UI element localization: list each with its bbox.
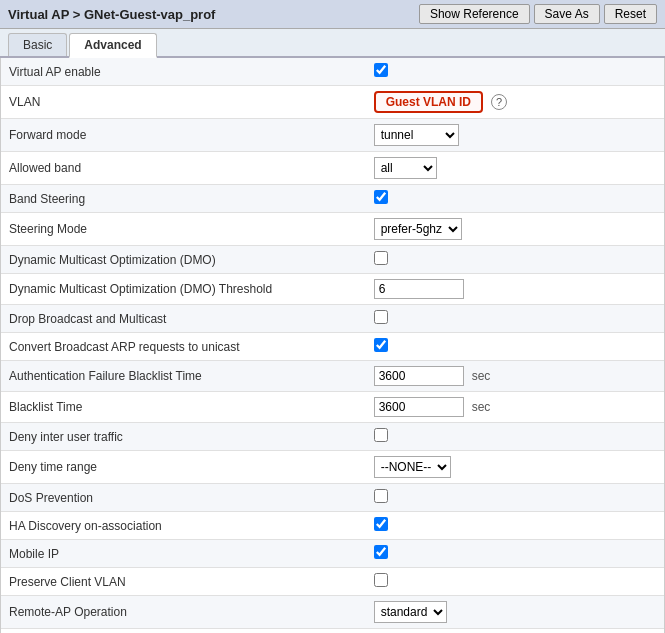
tab-advanced[interactable]: Advanced [69, 33, 156, 58]
dmo-threshold-input[interactable] [374, 279, 464, 299]
table-row: DoS Prevention [1, 484, 664, 512]
control-dmo [366, 246, 664, 274]
control-ha-discovery [366, 512, 664, 540]
convert-arp-checkbox[interactable] [374, 338, 388, 352]
dmo-checkbox[interactable] [374, 251, 388, 265]
label-vlan: VLAN [1, 86, 366, 119]
table-row: Dynamic Multicast Optimization (DMO) Thr… [1, 274, 664, 305]
ha-discovery-checkbox[interactable] [374, 517, 388, 531]
blacklist-time-unit: sec [472, 400, 491, 414]
table-row: Forward modetunnelbridgesplit-tunnel [1, 119, 664, 152]
control-forward-mode: tunnelbridgesplit-tunnel [366, 119, 664, 152]
control-deny-time-range: --NONE-- [366, 451, 664, 484]
table-row: Preserve Client VLAN [1, 568, 664, 596]
label-preserve-client-vlan: Preserve Client VLAN [1, 568, 366, 596]
label-dmo: Dynamic Multicast Optimization (DMO) [1, 246, 366, 274]
control-auth-blacklist-time: sec [366, 361, 664, 392]
control-convert-arp [366, 333, 664, 361]
reset-button[interactable]: Reset [604, 4, 657, 24]
table-row: HA Discovery on-association [1, 512, 664, 540]
preserve-client-vlan-checkbox[interactable] [374, 573, 388, 587]
control-dos-prevention [366, 484, 664, 512]
table-row: Deny time range--NONE-- [1, 451, 664, 484]
label-auth-blacklist-time: Authentication Failure Blacklist Time [1, 361, 366, 392]
table-row: Blacklist Timesec [1, 392, 664, 423]
table-row: Drop Broadcast and Multicast [1, 305, 664, 333]
table-row: Station Blacklisting [1, 629, 664, 634]
label-ha-discovery: HA Discovery on-association [1, 512, 366, 540]
table-row: Allowed bandall2.4ghz5ghz [1, 152, 664, 185]
label-allowed-band: Allowed band [1, 152, 366, 185]
table-row: Mobile IP [1, 540, 664, 568]
control-deny-inter-user [366, 423, 664, 451]
label-deny-time-range: Deny time range [1, 451, 366, 484]
label-convert-arp: Convert Broadcast ARP requests to unicas… [1, 333, 366, 361]
label-band-steering: Band Steering [1, 185, 366, 213]
allowed-band-select[interactable]: all2.4ghz5ghz [374, 157, 437, 179]
control-remote-ap-operation: standardalwaysbackup [366, 596, 664, 629]
table-row: Steering Modeprefer-5ghzforce-5ghznone [1, 213, 664, 246]
control-allowed-band: all2.4ghz5ghz [366, 152, 664, 185]
band-steering-checkbox[interactable] [374, 190, 388, 204]
title-bar-actions: Show Reference Save As Reset [419, 4, 657, 24]
table-row: Remote-AP Operationstandardalwaysbackup [1, 596, 664, 629]
mobile-ip-checkbox[interactable] [374, 545, 388, 559]
remote-ap-operation-select[interactable]: standardalwaysbackup [374, 601, 447, 623]
control-mobile-ip [366, 540, 664, 568]
label-drop-broadcast: Drop Broadcast and Multicast [1, 305, 366, 333]
tab-basic[interactable]: Basic [8, 33, 67, 56]
table-row: Virtual AP enable [1, 58, 664, 86]
label-remote-ap-operation: Remote-AP Operation [1, 596, 366, 629]
save-as-button[interactable]: Save As [534, 4, 600, 24]
control-vlan: Guest VLAN ID? [366, 86, 664, 119]
tab-bar: Basic Advanced [0, 29, 665, 58]
control-steering-mode: prefer-5ghzforce-5ghznone [366, 213, 664, 246]
label-mobile-ip: Mobile IP [1, 540, 366, 568]
show-reference-button[interactable]: Show Reference [419, 4, 530, 24]
control-drop-broadcast [366, 305, 664, 333]
blacklist-time-input[interactable] [374, 397, 464, 417]
title-bar: Virtual AP > GNet-Guest-vap_prof Show Re… [0, 0, 665, 29]
label-steering-mode: Steering Mode [1, 213, 366, 246]
forward-mode-select[interactable]: tunnelbridgesplit-tunnel [374, 124, 459, 146]
drop-broadcast-checkbox[interactable] [374, 310, 388, 324]
vap-enable-checkbox[interactable] [374, 63, 388, 77]
table-row: VLANGuest VLAN ID? [1, 86, 664, 119]
table-row: Band Steering [1, 185, 664, 213]
breadcrumb: Virtual AP > GNet-Guest-vap_prof [8, 7, 215, 22]
control-dmo-threshold [366, 274, 664, 305]
vlan-help-icon[interactable]: ? [491, 94, 507, 110]
control-blacklist-time: sec [366, 392, 664, 423]
dos-prevention-checkbox[interactable] [374, 489, 388, 503]
control-preserve-client-vlan [366, 568, 664, 596]
form-content: Virtual AP enableVLANGuest VLAN ID?Forwa… [0, 58, 665, 633]
table-row: Dynamic Multicast Optimization (DMO) [1, 246, 664, 274]
control-station-blacklisting [366, 629, 664, 634]
table-row: Convert Broadcast ARP requests to unicas… [1, 333, 664, 361]
deny-inter-user-checkbox[interactable] [374, 428, 388, 442]
table-row: Authentication Failure Blacklist Timesec [1, 361, 664, 392]
label-forward-mode: Forward mode [1, 119, 366, 152]
settings-table: Virtual AP enableVLANGuest VLAN ID?Forwa… [1, 58, 664, 633]
table-row: Deny inter user traffic [1, 423, 664, 451]
label-station-blacklisting: Station Blacklisting [1, 629, 366, 634]
control-band-steering [366, 185, 664, 213]
label-deny-inter-user: Deny inter user traffic [1, 423, 366, 451]
steering-mode-select[interactable]: prefer-5ghzforce-5ghznone [374, 218, 462, 240]
auth-blacklist-time-input[interactable] [374, 366, 464, 386]
deny-time-range-select[interactable]: --NONE-- [374, 456, 451, 478]
vlan-badge: Guest VLAN ID [374, 91, 483, 113]
label-dos-prevention: DoS Prevention [1, 484, 366, 512]
label-blacklist-time: Blacklist Time [1, 392, 366, 423]
control-vap-enable [366, 58, 664, 86]
label-vap-enable: Virtual AP enable [1, 58, 366, 86]
label-dmo-threshold: Dynamic Multicast Optimization (DMO) Thr… [1, 274, 366, 305]
auth-blacklist-time-unit: sec [472, 369, 491, 383]
